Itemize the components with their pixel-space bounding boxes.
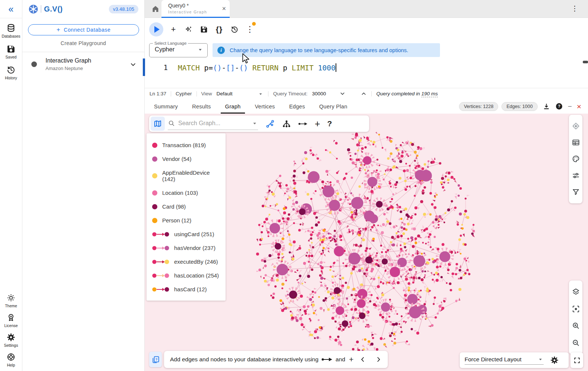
rail-item-help[interactable]: Help bbox=[6, 352, 16, 367]
results-tab-graph[interactable]: Graph bbox=[218, 99, 248, 114]
graph-legend: Transaction (819)Vendor (54)AppEnabledDe… bbox=[147, 133, 226, 301]
select-language-label: Select Language bbox=[153, 41, 188, 45]
legend-edge-item[interactable]: hasLocation (254) bbox=[147, 269, 226, 282]
tab-subtitle: Interactive Graph bbox=[168, 10, 230, 14]
run-query-button[interactable] bbox=[149, 22, 163, 37]
hierarchy-icon[interactable] bbox=[282, 119, 291, 129]
code-token: p bbox=[279, 64, 292, 72]
notification-dot bbox=[252, 22, 256, 26]
results-tabbar: SummaryResultsGraphVerticesEdgesQuery Pl… bbox=[145, 99, 588, 114]
connect-database-label: Connect Database bbox=[64, 27, 111, 33]
edge-glyph-icon bbox=[321, 357, 333, 362]
legend-label: Card (98) bbox=[162, 203, 186, 210]
editor-scrollbar-thumb[interactable] bbox=[583, 61, 588, 63]
code-token: MATCH bbox=[178, 64, 200, 72]
rail-item-label: Theme bbox=[5, 304, 17, 308]
target-icon[interactable] bbox=[572, 122, 580, 130]
layout-settings-gear-icon[interactable] bbox=[550, 356, 559, 365]
sliders-icon[interactable] bbox=[572, 171, 580, 180]
results-tab-vertices[interactable]: Vertices bbox=[248, 99, 282, 114]
palette-icon[interactable] bbox=[572, 155, 580, 163]
rail-item-license[interactable]: License bbox=[4, 313, 18, 328]
active-tab-indicator bbox=[161, 17, 230, 18]
connection-list-item[interactable]: Interactive Graph Amazon Neptune bbox=[22, 52, 144, 71]
legend-vertex-item[interactable]: Transaction (819) bbox=[147, 138, 226, 152]
save-query-button[interactable] bbox=[197, 23, 211, 36]
code-token: - bbox=[221, 64, 226, 72]
language-info-banner: i Change the query language to see langu… bbox=[213, 43, 440, 57]
previous-tip-icon[interactable] bbox=[359, 356, 366, 363]
timeout-value[interactable]: 30000 bbox=[312, 91, 326, 96]
view-caret-icon[interactable] bbox=[258, 91, 264, 97]
history-icon bbox=[6, 65, 16, 74]
add-node-icon[interactable]: + bbox=[315, 119, 320, 129]
legend-edge-item[interactable]: executedBy (246) bbox=[147, 255, 226, 269]
view-value[interactable]: Default bbox=[217, 91, 233, 96]
search-caret-icon[interactable] bbox=[251, 120, 258, 127]
parameters-button[interactable]: {} bbox=[213, 23, 226, 36]
results-tab-query-plan[interactable]: Query Plan bbox=[312, 99, 355, 114]
rail-item-theme[interactable]: Theme bbox=[5, 293, 17, 308]
close-tab-icon[interactable]: × bbox=[222, 5, 226, 13]
zoom-out-icon[interactable] bbox=[572, 339, 580, 347]
connect-database-button[interactable]: + Connect Database bbox=[28, 24, 139, 35]
logo-separator bbox=[41, 5, 41, 13]
legend-edge-item[interactable]: hasVendor (237) bbox=[147, 241, 226, 255]
code-editor[interactable]: 1 MATCH p=()-[]-() RETURN p LIMIT 1000 bbox=[145, 60, 588, 88]
collapse-sidebar-button[interactable]: « bbox=[0, 0, 22, 18]
chevron-down-icon[interactable] bbox=[129, 61, 137, 68]
rail-item-settings[interactable]: Settings bbox=[4, 333, 18, 348]
edge-color-glyph bbox=[152, 245, 169, 251]
caret-down-icon bbox=[197, 46, 204, 53]
add-query-button[interactable]: + bbox=[167, 23, 180, 36]
results-tab-summary[interactable]: Summary bbox=[147, 99, 185, 114]
home-icon[interactable] bbox=[151, 4, 160, 13]
legend-label: Transaction (819) bbox=[162, 142, 206, 148]
legend-vertex-item[interactable]: Location (103) bbox=[147, 186, 226, 200]
path-highlight-icon[interactable] bbox=[265, 119, 275, 129]
legend-vertex-item[interactable]: Card (98) bbox=[147, 200, 226, 213]
create-playground-link[interactable]: Create Playground bbox=[22, 40, 144, 46]
rail-item-databases[interactable]: Databases bbox=[1, 23, 20, 38]
chevron-down-icon[interactable] bbox=[339, 91, 346, 97]
graph-search-input[interactable] bbox=[178, 120, 248, 127]
legend-vertex-item[interactable]: AppEnabledDevice (142) bbox=[147, 166, 226, 186]
query-history-button[interactable] bbox=[228, 23, 241, 36]
add-edge-icon[interactable] bbox=[298, 119, 308, 129]
chevron-up-icon[interactable] bbox=[361, 91, 367, 97]
layout-dropdown[interactable]: Force Directed Layout bbox=[465, 356, 544, 365]
rail-item-saved[interactable]: Saved bbox=[6, 44, 17, 59]
ai-sparkle-button[interactable] bbox=[182, 23, 195, 36]
tab-query0[interactable]: Query0 * Interactive Graph × bbox=[161, 0, 230, 18]
toolbar-kebab-button[interactable]: ⋮ bbox=[243, 23, 257, 36]
fullscreen-button[interactable] bbox=[570, 352, 583, 368]
legend-vertex-item[interactable]: Person (12) bbox=[147, 213, 226, 227]
minimize-icon[interactable]: − bbox=[568, 102, 572, 111]
close-results-icon[interactable]: × bbox=[577, 102, 581, 111]
layers-icon[interactable] bbox=[572, 288, 580, 296]
results-tab-results[interactable]: Results bbox=[185, 99, 218, 114]
minimap-button[interactable] bbox=[151, 117, 165, 131]
zoom-in-icon[interactable] bbox=[572, 321, 580, 330]
select-language-dropdown[interactable]: Select Language Cypher bbox=[149, 41, 208, 57]
legend-edge-item[interactable]: hasCard (12) bbox=[147, 282, 226, 296]
next-tip-icon[interactable] bbox=[375, 356, 382, 363]
code-token: [] bbox=[226, 64, 235, 72]
tip-and: and bbox=[336, 356, 345, 363]
table-view-icon[interactable] bbox=[572, 138, 580, 147]
legend-edge-item[interactable]: usingCard (251) bbox=[147, 227, 226, 241]
legend-label: executedBy (246) bbox=[174, 259, 218, 265]
graph-help-icon[interactable]: ? bbox=[327, 119, 332, 128]
filter-icon[interactable] bbox=[572, 188, 580, 196]
results-tab-edges[interactable]: Edges bbox=[282, 99, 312, 114]
help-circle-icon[interactable]: ? bbox=[555, 102, 563, 110]
tips-pages-button[interactable]: ? bbox=[149, 352, 162, 367]
vertex-color-dot bbox=[152, 190, 157, 196]
rail-item-label: Help bbox=[7, 363, 15, 367]
download-icon[interactable] bbox=[543, 102, 550, 110]
rail-item-label: Databases bbox=[1, 34, 20, 38]
rail-item-history[interactable]: History bbox=[5, 65, 17, 80]
legend-vertex-item[interactable]: Vendor (54) bbox=[147, 152, 226, 166]
tabstrip-kebab-icon[interactable]: ⋮ bbox=[571, 5, 578, 12]
center-focus-icon[interactable] bbox=[572, 305, 580, 313]
